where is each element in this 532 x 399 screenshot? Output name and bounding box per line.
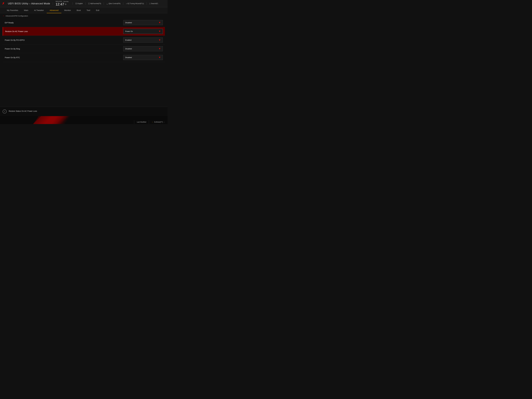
rog-logo: ✗	[2, 2, 5, 5]
breadcrumb[interactable]: ← Advanced\APM Configuration	[0, 13, 168, 18]
footer-bar: Last Modified → EzMode(F7) →	[134, 120, 168, 124]
qfan-button[interactable]: ◡ Qfan Control(F6)	[107, 2, 120, 5]
power-on-ring-dropdown-arrow: ▼	[158, 47, 161, 50]
time-display: 12:47 ⚙	[56, 2, 69, 6]
info-panel: i Restore Status On AC Power Loss	[0, 107, 168, 116]
ez-tuning-icon: ○	[126, 2, 127, 5]
nav-exit[interactable]: Exit	[93, 7, 102, 13]
divider-3	[85, 2, 86, 5]
language-icon: ☷	[75, 2, 77, 5]
nav-main[interactable]: Main	[21, 7, 31, 13]
power-on-rtc-row[interactable]: Power On By RTC Disabled ▼	[3, 53, 165, 62]
settings-icon[interactable]: ⚙	[65, 3, 66, 6]
power-on-rtc-dropdown[interactable]: Disabled ▼	[123, 55, 163, 60]
language-button[interactable]: ☷ English	[75, 2, 83, 5]
qfan-icon: ◡	[107, 2, 108, 5]
bios-title: UEFI BIOS Utility – Advanced Mode	[8, 2, 50, 5]
restore-ac-power-loss-row[interactable]: Restore On AC Power Loss Power On ▼	[3, 27, 165, 36]
erp-ready-dropdown[interactable]: Disabled ▼	[123, 20, 163, 25]
datetime-area: 08/01/2020 Saturday 12:47 ⚙	[56, 1, 69, 6]
ez-mode-icon: →	[152, 121, 153, 123]
nav-my-favorites[interactable]: My Favorites	[4, 7, 21, 13]
info-text: Restore Status On AC Power Loss	[9, 109, 37, 112]
empty-area	[0, 62, 168, 107]
power-on-rtc-dropdown-arrow: ▼	[158, 56, 161, 59]
settings-content: ErP Ready Disabled ▼ Restore On AC Power…	[0, 18, 168, 62]
power-on-rtc-label: Power On By RTC	[5, 57, 20, 59]
ez-mode-button[interactable]: → EzMode(F7) →	[149, 120, 168, 124]
nav-bar: My Favorites Main Ai Tweaker Advanced Mo…	[0, 7, 168, 13]
nav-tool[interactable]: Tool	[84, 7, 93, 13]
search-button[interactable]: □ Search(F)	[149, 2, 158, 5]
restore-ac-power-loss-dropdown[interactable]: Power On ▼	[123, 29, 163, 34]
red-deco-2	[13, 116, 97, 124]
power-on-pci-dropdown-arrow: ▼	[158, 39, 161, 41]
nav-monitor[interactable]: Monitor	[61, 7, 74, 13]
power-on-ring-row[interactable]: Power On By Ring Disabled ▼	[3, 44, 165, 53]
nav-ai-tweaker[interactable]: Ai Tweaker	[31, 7, 47, 13]
power-on-pci-row[interactable]: Power On By PCI-E/PCI Enabled ▼	[3, 36, 165, 44]
divider-4	[104, 2, 104, 5]
nav-advanced[interactable]: Advanced	[47, 7, 61, 13]
erp-ready-dropdown-arrow: ▼	[158, 21, 161, 24]
search-icon: □	[149, 2, 150, 5]
power-on-ring-dropdown[interactable]: Disabled ▼	[123, 46, 163, 51]
ez-tuning-button[interactable]: ○ EZ Tuning Wizard(F11)	[126, 2, 144, 5]
power-on-pci-label: Power On By PCI-E/PCI	[5, 39, 25, 41]
top-bar: ✗ UEFI BIOS Utility – Advanced Mode 08/0…	[0, 0, 168, 7]
divider-1	[53, 2, 53, 5]
breadcrumb-arrow-icon: ←	[3, 15, 5, 17]
bottom-decoration: Last Modified → EzMode(F7) →	[0, 116, 168, 124]
last-modified-button[interactable]: Last Modified	[134, 120, 149, 124]
power-on-ring-label: Power On By Ring	[5, 48, 20, 50]
date-text: 08/01/2020 Saturday	[56, 1, 69, 2]
nav-boot[interactable]: Boot	[74, 7, 84, 13]
erp-ready-row[interactable]: ErP Ready Disabled ▼	[3, 18, 165, 27]
restore-ac-power-loss-label: Restore On AC Power Loss	[5, 30, 28, 32]
myfavorite-icon: ☐	[88, 2, 90, 5]
restore-ac-power-loss-dropdown-arrow: ▼	[158, 30, 161, 33]
power-on-pci-dropdown[interactable]: Enabled ▼	[123, 38, 163, 43]
info-icon: i	[3, 109, 6, 114]
erp-ready-label: ErP Ready	[5, 22, 14, 24]
myfavorite-button[interactable]: ☐ MyFavorite(F3)	[88, 2, 101, 5]
breadcrumb-text: Advanced\APM Configuration	[6, 15, 28, 17]
